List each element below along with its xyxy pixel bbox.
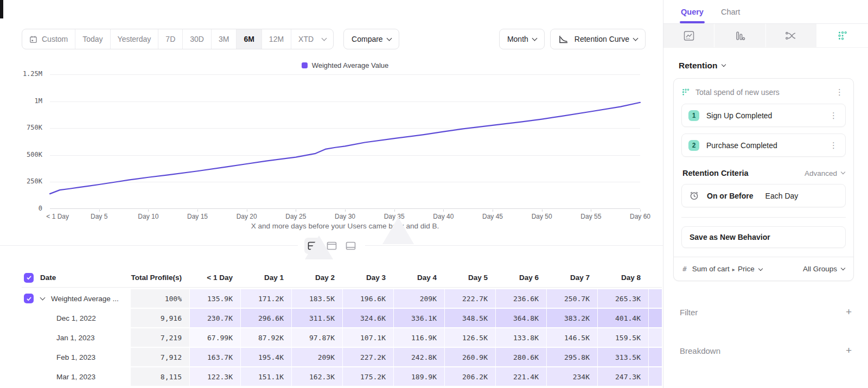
retention-value-cell: 195.4K xyxy=(241,348,291,366)
retention-value-cell: 313.5K xyxy=(598,348,648,366)
y-axis-label: 0 xyxy=(14,205,42,212)
measure-property-select[interactable]: Sum of cart▸Price xyxy=(692,265,762,273)
groups-select[interactable]: All Groups xyxy=(803,265,845,273)
retention-value-cell: 296.6K xyxy=(241,309,291,327)
expand-caret-icon[interactable] xyxy=(40,295,46,300)
row-date-cell[interactable]: Weighted Average ... xyxy=(22,289,130,308)
range-7d[interactable]: 7D xyxy=(158,29,183,49)
step-label: Sign Up Completed xyxy=(706,111,820,120)
kebab-menu-icon[interactable]: ⋮ xyxy=(827,111,840,120)
column-header: Total Profile(s) xyxy=(131,268,189,287)
chart-type-button[interactable]: Retention Curve xyxy=(550,29,646,49)
x-axis-label: Day 60 xyxy=(630,213,650,220)
chevron-down-icon xyxy=(758,266,762,271)
range-label: Custom xyxy=(42,35,68,43)
retention-value-cell: 324.6K xyxy=(343,309,393,327)
row-date-cell[interactable]: Dec 1, 2022 xyxy=(22,309,130,327)
advanced-dropdown[interactable]: Advanced xyxy=(805,169,845,177)
report-toolbar: CustomTodayYesterday7D30D3M6M12MXTD Comp… xyxy=(22,29,646,49)
clipped-value-cell xyxy=(649,367,662,386)
legend-label: Weighted Average Value xyxy=(312,61,389,69)
row-date-cell[interactable]: Jan 1, 2023 xyxy=(22,328,130,347)
step-row-1[interactable]: 1 Sign Up Completed ⋮ xyxy=(681,104,846,127)
compare-button[interactable]: Compare xyxy=(343,29,399,49)
x-axis-label: Day 15 xyxy=(187,213,208,220)
range-yesterday[interactable]: Yesterday xyxy=(111,29,159,49)
flows-report-button[interactable] xyxy=(766,24,817,47)
row-checkbox[interactable] xyxy=(24,273,34,283)
flows-icon xyxy=(785,31,797,41)
range-12m[interactable]: 12M xyxy=(262,29,291,49)
chevron-down-icon xyxy=(722,62,726,67)
column-header: Day 7 xyxy=(547,268,597,287)
timing-unit-select[interactable]: Each Day xyxy=(765,192,799,200)
column-header: Day 2 xyxy=(292,268,342,287)
retention-value-cell: 171.2K xyxy=(241,289,291,308)
retention-value-cell: 162.3K xyxy=(292,367,342,386)
retention-value-cell: 133.8K xyxy=(496,328,546,347)
y-axis-label: 1M xyxy=(14,97,42,105)
axis-tick xyxy=(197,209,198,212)
retention-report-button[interactable] xyxy=(817,24,868,47)
retention-value-cell: 227.2K xyxy=(343,348,393,366)
timing-mode-select[interactable]: On or Before xyxy=(707,192,754,200)
granularity-label: Month xyxy=(507,35,528,43)
row-label: Feb 1, 2023 xyxy=(56,353,95,361)
plot-area: 0250K500K750K1M1.25M< 1 DayDay 5Day 10Da… xyxy=(50,74,640,209)
window-edge xyxy=(0,0,3,18)
insights-report-button[interactable] xyxy=(663,24,714,47)
granularity-button[interactable]: Month xyxy=(499,29,545,49)
column-header: < 1 Day xyxy=(190,268,240,287)
y-axis-label: 1.25M xyxy=(14,70,42,78)
retention-value-cell: 222.7K xyxy=(445,289,495,308)
retention-value-cell: 348.5K xyxy=(445,309,495,327)
behavior-title[interactable]: Total spend of new users xyxy=(695,88,828,97)
range-6m[interactable]: 6M xyxy=(237,29,261,49)
row-label: Mar 1, 2023 xyxy=(56,373,95,381)
retention-value-cell: 116.9K xyxy=(394,328,444,347)
range-today[interactable]: Today xyxy=(75,29,110,49)
save-behavior-button[interactable]: Save as New Behavior xyxy=(681,226,846,248)
timing-row: On or Before Each Day xyxy=(681,184,846,207)
kebab-menu-icon[interactable]: ⋮ xyxy=(833,87,846,97)
date-range-group: CustomTodayYesterday7D30D3M6M12MXTD xyxy=(22,29,334,49)
column-header: Day 6 xyxy=(496,268,546,287)
funnels-report-button[interactable] xyxy=(714,24,765,47)
measure-row: # Sum of cart▸Price All Groups xyxy=(674,257,853,281)
range-xtd[interactable]: XTD xyxy=(291,29,333,49)
add-breakdown-button[interactable]: + xyxy=(846,345,852,357)
chart-type-label: Retention Curve xyxy=(575,35,629,43)
range-label: 3M xyxy=(219,35,229,43)
number-type-icon: # xyxy=(682,265,687,273)
report-type-group xyxy=(663,24,868,48)
bottom-panel-view-button[interactable] xyxy=(342,238,359,254)
add-filter-button[interactable]: + xyxy=(846,306,852,318)
retention-value-cell: 175.2K xyxy=(343,367,393,386)
column-header: Day 1 xyxy=(241,268,291,287)
range-30d[interactable]: 30D xyxy=(183,29,212,49)
x-axis-label: Day 10 xyxy=(138,213,158,220)
retention-value-cell: 383.2K xyxy=(547,309,597,327)
column-header: Day 5 xyxy=(445,268,495,287)
retention-section-header[interactable]: Retention xyxy=(679,61,868,71)
tab-query[interactable]: Query xyxy=(681,8,704,16)
step-row-2[interactable]: 2 Purchase Completed ⋮ xyxy=(681,133,846,157)
range-3m[interactable]: 3M xyxy=(212,29,237,49)
row-date-cell[interactable]: Feb 1, 2023 xyxy=(22,348,130,366)
kebab-menu-icon[interactable]: ⋮ xyxy=(827,141,840,150)
row-checkbox[interactable] xyxy=(24,294,34,303)
retention-value-cell: 151.1K xyxy=(241,367,291,386)
retention-value-cell: 209K xyxy=(292,348,342,366)
retention-value-cell: 336.1K xyxy=(394,309,444,327)
profiles-cell: 8,115 xyxy=(131,367,189,386)
chevron-down-icon xyxy=(532,35,537,41)
tab-chart[interactable]: Chart xyxy=(721,8,740,16)
retention-value-cell: 236.6K xyxy=(496,289,546,308)
watermark-triangle xyxy=(305,236,333,259)
column-header: Date xyxy=(22,268,130,287)
range-custom[interactable]: Custom xyxy=(22,29,75,49)
table-row: Feb 1, 20237,912163.7K195.4K209K227.2K24… xyxy=(22,348,662,366)
row-date-cell[interactable]: Mar 1, 2023 xyxy=(22,367,130,386)
y-axis-label: 250K xyxy=(14,177,42,185)
retention-value-cell: 401.4K xyxy=(598,309,648,327)
